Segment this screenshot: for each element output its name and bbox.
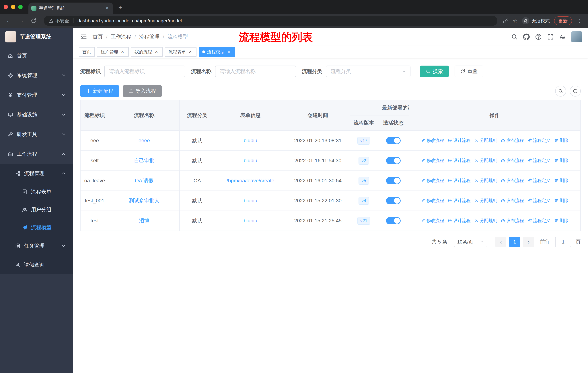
action-delete-link[interactable]: 删除 <box>554 198 568 203</box>
browser-tab[interactable]: 芋道管理系统 × <box>28 2 113 14</box>
github-icon[interactable] <box>523 33 530 40</box>
action-publish-link[interactable]: 发布流程 <box>501 198 524 203</box>
prev-page-button[interactable]: ‹ <box>495 237 506 247</box>
current-page-button[interactable]: 1 <box>509 237 520 247</box>
action-delete-link[interactable]: 删除 <box>554 158 568 163</box>
action-define-link[interactable]: 流程定义 <box>527 178 550 183</box>
action-edit-link[interactable]: 修改流程 <box>421 178 444 183</box>
action-assign-link[interactable]: 分配规则 <box>474 218 497 223</box>
next-page-button[interactable]: › <box>523 237 534 247</box>
action-assign-link[interactable]: 分配规则 <box>474 178 497 183</box>
forward-button[interactable]: → <box>16 16 26 26</box>
process-name-link[interactable]: 滔博 <box>139 218 149 223</box>
form-info-link[interactable]: biubiu <box>244 158 257 163</box>
sidebar-item-system[interactable]: 系统管理 <box>0 66 73 85</box>
sidebar-logo[interactable]: 芋道管理系统 <box>0 28 73 46</box>
create-process-button[interactable]: 新建流程 <box>80 85 119 97</box>
browser-menu-icon[interactable]: ⋮ <box>576 18 583 24</box>
reset-button[interactable]: 重置 <box>455 66 483 77</box>
active-status-toggle[interactable] <box>386 157 401 164</box>
action-publish-link[interactable]: 发布流程 <box>501 218 524 223</box>
active-status-toggle[interactable] <box>386 177 401 184</box>
process-name-link[interactable]: eeee <box>138 138 150 143</box>
sidebar-item-workflow[interactable]: 工作流程 <box>0 144 73 164</box>
action-delete-link[interactable]: 删除 <box>554 218 568 223</box>
breadcrumb-item[interactable]: 工作流程 <box>111 33 131 40</box>
action-assign-link[interactable]: 分配规则 <box>474 138 497 143</box>
process-name-link[interactable]: 自己审批 <box>134 158 154 163</box>
refresh-table-button[interactable] <box>570 86 581 97</box>
close-tab-icon[interactable]: × <box>104 5 110 11</box>
process-id-input[interactable] <box>104 66 185 77</box>
reload-button[interactable] <box>28 16 39 26</box>
action-design-link[interactable]: 设计流程 <box>448 198 471 203</box>
goto-page-input[interactable] <box>555 237 571 247</box>
minimize-window-button[interactable] <box>11 5 15 9</box>
close-window-button[interactable] <box>4 5 8 9</box>
action-edit-link[interactable]: 修改流程 <box>421 158 444 163</box>
action-assign-link[interactable]: 分配规则 <box>474 198 497 203</box>
tag-home[interactable]: 首页 <box>79 47 95 57</box>
action-design-link[interactable]: 设计流程 <box>448 138 471 143</box>
form-info-link[interactable]: biubiu <box>244 198 257 203</box>
active-status-toggle[interactable] <box>386 217 401 224</box>
close-tag-icon[interactable]: × <box>226 49 231 54</box>
action-publish-link[interactable]: 发布流程 <box>501 138 524 143</box>
search-button[interactable]: 搜索 <box>420 66 449 77</box>
toggle-search-button[interactable] <box>555 86 566 97</box>
form-info-link[interactable]: biubiu <box>244 218 257 223</box>
import-process-button[interactable]: 导入流程 <box>123 85 162 97</box>
tag-process-model[interactable]: 流程模型× <box>199 47 235 57</box>
address-bar[interactable]: 不安全 dashboard.yudao.iocoder.cn/bpm/manag… <box>44 16 497 26</box>
action-delete-link[interactable]: 删除 <box>554 178 568 183</box>
new-tab-button[interactable]: + <box>115 3 126 13</box>
action-edit-link[interactable]: 修改流程 <box>421 218 444 223</box>
process-name-link[interactable]: OA 请假 <box>135 178 154 183</box>
breadcrumb-item[interactable]: 首页 <box>93 33 103 40</box>
close-tag-icon[interactable]: × <box>188 49 193 54</box>
tag-process-form[interactable]: 流程表单× <box>165 47 197 57</box>
font-size-icon[interactable] <box>559 33 566 40</box>
sidebar-item-devtool[interactable]: 研发工具 <box>0 125 73 144</box>
sidebar-item-process-form[interactable]: 流程表单 <box>0 183 73 201</box>
page-size-select[interactable]: 10条/页 <box>454 237 487 247</box>
action-design-link[interactable]: 设计流程 <box>448 218 471 223</box>
action-design-link[interactable]: 设计流程 <box>448 158 471 163</box>
sidebar-item-home[interactable]: 首页 <box>0 46 73 66</box>
tag-my-process[interactable]: 我的流程× <box>131 47 163 57</box>
action-define-link[interactable]: 流程定义 <box>527 218 550 223</box>
user-avatar[interactable] <box>571 31 582 42</box>
form-info-link[interactable]: /bpm/oa/leave/create <box>227 178 274 183</box>
sidebar-item-leave-query[interactable]: 请假查询 <box>0 255 73 274</box>
password-key-icon[interactable] <box>503 18 508 24</box>
action-design-link[interactable]: 设计流程 <box>448 178 471 183</box>
collapse-sidebar-icon[interactable] <box>78 31 90 43</box>
close-tag-icon[interactable]: × <box>120 49 125 54</box>
action-delete-link[interactable]: 删除 <box>554 138 568 143</box>
sidebar-item-user-group[interactable]: 用户分组 <box>0 201 73 219</box>
action-define-link[interactable]: 流程定义 <box>527 138 550 143</box>
process-category-select[interactable]: 流程分类 <box>326 66 410 77</box>
sidebar-item-process-manage[interactable]: 流程管理 <box>0 164 73 183</box>
close-tag-icon[interactable]: × <box>154 49 159 54</box>
action-publish-link[interactable]: 发布流程 <box>501 158 524 163</box>
bookmark-star-icon[interactable]: ☆ <box>513 18 518 24</box>
help-icon[interactable] <box>535 33 542 40</box>
search-icon[interactable] <box>511 33 518 40</box>
sidebar-item-process-model[interactable]: 流程模型 <box>0 219 73 236</box>
zoom-window-button[interactable] <box>18 5 23 9</box>
sidebar-item-infra[interactable]: 基础设施 <box>0 105 73 125</box>
breadcrumb-item[interactable]: 流程管理 <box>139 33 160 40</box>
form-info-link[interactable]: biubiu <box>244 138 257 143</box>
action-define-link[interactable]: 流程定义 <box>527 198 550 203</box>
back-button[interactable]: ← <box>4 16 14 26</box>
active-status-toggle[interactable] <box>386 197 401 204</box>
active-status-toggle[interactable] <box>386 137 401 144</box>
fullscreen-icon[interactable] <box>547 33 554 40</box>
action-assign-link[interactable]: 分配规则 <box>474 158 497 163</box>
action-edit-link[interactable]: 修改流程 <box>421 198 444 203</box>
action-edit-link[interactable]: 修改流程 <box>421 138 444 143</box>
process-name-input[interactable] <box>215 66 296 77</box>
tag-tenant[interactable]: 租户管理× <box>97 47 129 57</box>
sidebar-item-payment[interactable]: 支付管理 <box>0 85 73 105</box>
